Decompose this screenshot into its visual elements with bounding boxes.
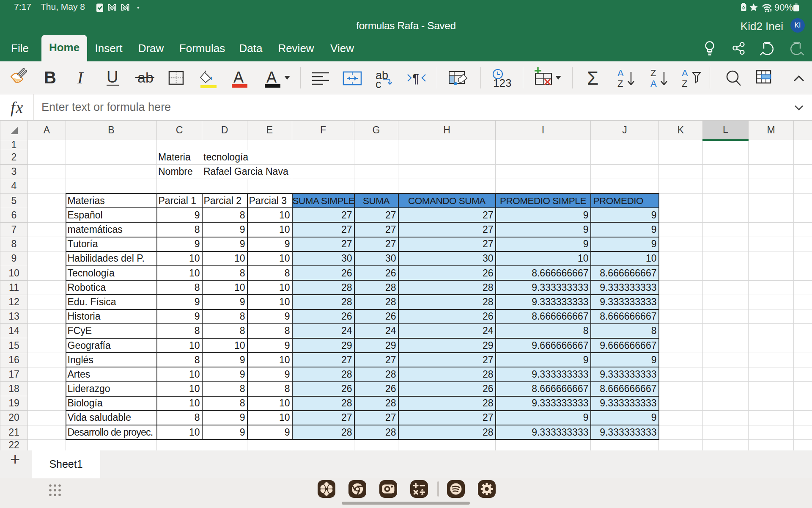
svg-text:A: A bbox=[682, 68, 688, 78]
svg-text:c: c bbox=[376, 78, 381, 91]
svg-text:123: 123 bbox=[493, 77, 511, 89]
svg-text:A: A bbox=[617, 68, 624, 78]
svg-text:Z: Z bbox=[682, 78, 687, 89]
svg-text:B: B bbox=[44, 68, 56, 87]
svg-text:Z: Z bbox=[650, 68, 656, 78]
svg-text:A: A bbox=[233, 69, 244, 86]
svg-text:A: A bbox=[266, 69, 277, 86]
svg-text:A: A bbox=[650, 78, 657, 89]
svg-text:¶: ¶ bbox=[412, 71, 419, 85]
svg-text:I: I bbox=[77, 68, 84, 87]
svg-text:U: U bbox=[107, 68, 118, 86]
svg-text:Z: Z bbox=[617, 78, 623, 89]
svg-text:Σ: Σ bbox=[587, 68, 598, 88]
